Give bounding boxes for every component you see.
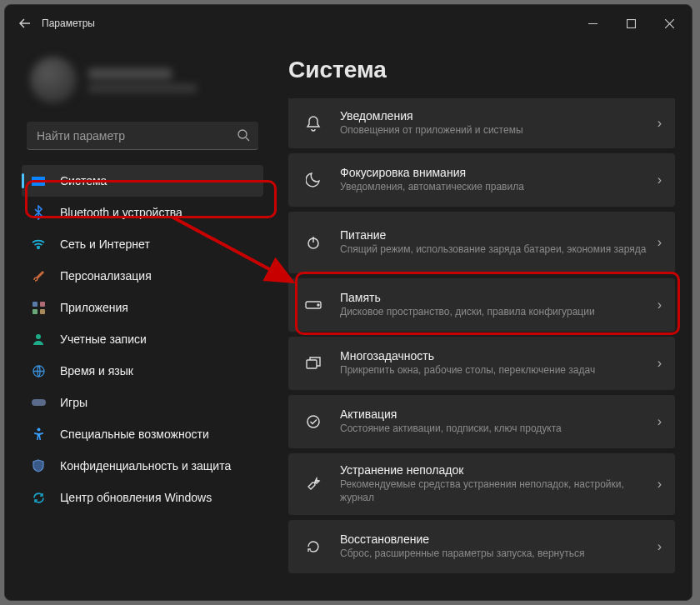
multitask-icon xyxy=(302,352,325,375)
account-header[interactable] xyxy=(30,57,263,103)
search-box[interactable] xyxy=(27,122,258,150)
chevron-right-icon: › xyxy=(658,172,662,188)
svg-rect-6 xyxy=(40,309,45,314)
svg-rect-4 xyxy=(40,302,45,307)
maximize-button[interactable] xyxy=(612,7,650,40)
apps-icon xyxy=(30,299,47,316)
moon-icon xyxy=(302,168,325,192)
card-troubleshoot[interactable]: Устранение неполадокРекомендуемые средст… xyxy=(288,453,675,515)
wrench-icon xyxy=(302,472,325,496)
recovery-icon xyxy=(302,535,325,558)
shield-icon xyxy=(30,458,47,474)
sidebar-item-network[interactable]: Сеть и Интернет xyxy=(22,228,263,260)
chevron-right-icon: › xyxy=(658,356,662,371)
settings-window: Параметры Система xyxy=(4,4,692,601)
chevron-right-icon: › xyxy=(658,116,662,131)
sidebar-item-gaming[interactable]: Игры xyxy=(22,387,263,418)
bluetooth-icon xyxy=(30,204,47,221)
svg-point-7 xyxy=(36,334,41,339)
globe-icon xyxy=(30,362,47,379)
sidebar-item-bluetooth[interactable]: Bluetooth и устройства xyxy=(22,197,263,228)
sidebar-item-personalization[interactable]: Персонализация xyxy=(22,260,263,292)
titlebar: Параметры xyxy=(5,5,692,42)
svg-point-13 xyxy=(318,304,319,306)
svg-rect-5 xyxy=(32,309,38,314)
chevron-right-icon: › xyxy=(658,539,662,554)
sidebar: Система Bluetooth и устройства Сеть и Ин… xyxy=(5,42,272,600)
storage-icon xyxy=(302,293,325,317)
sidebar-item-system[interactable]: Система xyxy=(22,165,263,197)
svg-point-2 xyxy=(38,248,39,249)
chevron-right-icon: › xyxy=(658,298,662,312)
bell-icon xyxy=(302,112,325,135)
system-icon xyxy=(30,172,47,189)
update-icon xyxy=(30,489,47,506)
card-storage[interactable]: ПамятьДисковое пространство, диски, прав… xyxy=(288,278,675,332)
card-notifications[interactable]: УведомленияОповещения от приложений и си… xyxy=(288,98,675,148)
back-button[interactable] xyxy=(8,7,42,40)
sidebar-item-update[interactable]: Центр обновления Windows xyxy=(22,482,263,513)
chevron-right-icon: › xyxy=(658,477,662,492)
window-title: Параметры xyxy=(42,18,95,29)
sidebar-item-apps[interactable]: Приложения xyxy=(22,292,263,323)
accounts-icon xyxy=(30,331,47,348)
accessibility-icon xyxy=(30,426,47,442)
minimize-button[interactable] xyxy=(573,7,612,40)
svg-rect-9 xyxy=(32,399,46,406)
card-focus[interactable]: Фокусировка вниманияУведомления, автомат… xyxy=(288,153,675,207)
svg-rect-14 xyxy=(307,360,317,368)
power-icon xyxy=(302,231,325,254)
avatar xyxy=(30,57,77,103)
wifi-icon xyxy=(30,236,47,252)
search-input[interactable] xyxy=(27,122,258,150)
close-button[interactable] xyxy=(650,7,688,40)
card-recovery[interactable]: ВосстановлениеСброс, расширенные парамет… xyxy=(288,520,675,573)
sidebar-item-time-language[interactable]: Время и язык xyxy=(22,355,263,387)
chevron-right-icon: › xyxy=(658,414,662,429)
search-icon xyxy=(237,128,250,144)
card-multitasking[interactable]: МногозадачностьПрикрепить окна, рабочие … xyxy=(288,337,675,390)
svg-point-10 xyxy=(37,428,40,432)
gamepad-icon xyxy=(30,394,47,411)
svg-point-15 xyxy=(308,416,319,428)
sidebar-item-privacy[interactable]: Конфиденциальность и защита xyxy=(22,450,263,482)
brush-icon xyxy=(30,268,47,284)
card-activation[interactable]: АктивацияСостояние активации, подписки, … xyxy=(288,395,675,448)
sidebar-item-accounts[interactable]: Учетные записи xyxy=(22,323,263,355)
svg-rect-0 xyxy=(627,19,635,28)
main-content: Система УведомленияОповещения от приложе… xyxy=(272,42,692,600)
check-icon xyxy=(302,410,325,433)
card-power[interactable]: ПитаниеСпящий режим, использование заряд… xyxy=(288,212,675,273)
svg-point-1 xyxy=(238,130,247,138)
svg-rect-3 xyxy=(32,302,38,307)
sidebar-item-accessibility[interactable]: Специальные возможности xyxy=(22,418,263,450)
chevron-right-icon: › xyxy=(658,235,662,250)
page-heading: Система xyxy=(288,57,675,83)
sidebar-nav: Система Bluetooth и устройства Сеть и Ин… xyxy=(22,165,263,513)
